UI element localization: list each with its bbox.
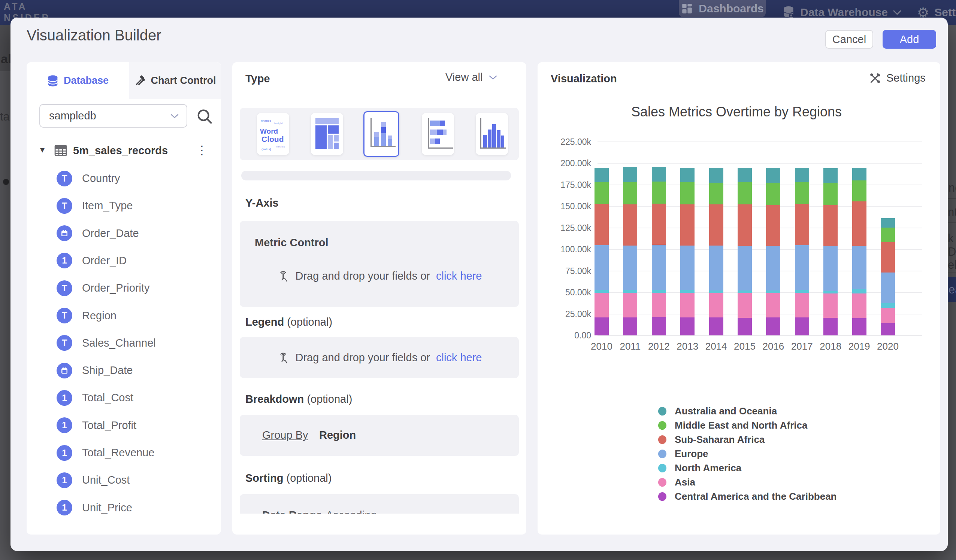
legend-dropzone[interactable]: Drag and drop your fields or click here bbox=[240, 337, 519, 378]
database-select[interactable]: sampledb bbox=[39, 104, 187, 128]
bar-segment[interactable] bbox=[709, 246, 723, 291]
bar-segment[interactable] bbox=[623, 246, 637, 290]
bar-segment[interactable] bbox=[594, 204, 609, 245]
chart-type-thumbnail-treemap[interactable] bbox=[311, 113, 343, 155]
bar-segment[interactable] bbox=[737, 290, 752, 293]
sorting-dropzone[interactable]: Data Range Ascending bbox=[240, 494, 519, 514]
bar-segment[interactable] bbox=[709, 317, 723, 336]
field-item[interactable]: 1Unit_Cost bbox=[27, 466, 221, 494]
bar-segment[interactable] bbox=[680, 168, 695, 182]
field-item[interactable]: Ship_Date bbox=[27, 357, 221, 384]
bar-segment[interactable] bbox=[737, 293, 752, 318]
chart-type-thumbnail-stacked-bar[interactable] bbox=[422, 113, 454, 155]
field-item[interactable]: 1Total_Profit bbox=[27, 412, 221, 439]
horizontal-scrollbar[interactable] bbox=[241, 171, 511, 180]
bar-segment[interactable] bbox=[737, 204, 752, 246]
bar-segment[interactable] bbox=[852, 293, 866, 318]
bar-segment[interactable] bbox=[652, 290, 666, 293]
bar-segment[interactable] bbox=[795, 168, 809, 182]
legend-item[interactable]: Australia and Oceania bbox=[658, 404, 777, 418]
bar-segment[interactable] bbox=[795, 290, 809, 293]
bar-segment[interactable] bbox=[709, 183, 723, 205]
bar-segment[interactable] bbox=[795, 182, 809, 204]
legend-item[interactable]: Central America and the Caribbean bbox=[658, 489, 837, 504]
legend-item[interactable]: North America bbox=[658, 461, 741, 475]
bar-segment[interactable] bbox=[594, 317, 609, 336]
bar-segment[interactable] bbox=[652, 204, 666, 245]
bar-segment[interactable] bbox=[652, 182, 666, 204]
field-item[interactable]: TSales_Channel bbox=[27, 329, 221, 357]
add-button[interactable]: Add bbox=[882, 30, 936, 49]
bar-segment[interactable] bbox=[709, 204, 723, 245]
bar-segment[interactable] bbox=[823, 291, 838, 294]
chart-type-thumbnail-stacked-column[interactable] bbox=[363, 111, 399, 157]
bar-segment[interactable] bbox=[737, 246, 752, 291]
bar-segment[interactable] bbox=[623, 290, 637, 293]
bar-segment[interactable] bbox=[652, 245, 666, 290]
legend-item[interactable]: Middle East and North Africa bbox=[658, 418, 807, 432]
bar-segment[interactable] bbox=[881, 308, 895, 323]
bar-segment[interactable] bbox=[709, 293, 723, 317]
bar-segment[interactable] bbox=[823, 183, 838, 205]
bar-segment[interactable] bbox=[623, 293, 637, 317]
chart-type-thumbnail-word-cloud[interactable]: WordCloudfinanceinsightmetrics(sales) bbox=[257, 113, 289, 155]
bar-segment[interactable] bbox=[852, 246, 866, 289]
bar-segment[interactable] bbox=[795, 293, 809, 317]
bar-segment[interactable] bbox=[795, 245, 809, 290]
field-item[interactable]: Order_Date bbox=[27, 220, 221, 247]
cancel-button[interactable]: Cancel bbox=[825, 30, 873, 49]
caret-down-icon[interactable]: ▾ bbox=[40, 144, 45, 155]
field-item[interactable]: TOrder_Priority bbox=[27, 275, 221, 302]
breakdown-dropzone[interactable]: Group By Region bbox=[240, 415, 519, 456]
bar-segment[interactable] bbox=[709, 290, 723, 293]
bar-segment[interactable] bbox=[594, 182, 609, 204]
bar-segment[interactable] bbox=[594, 245, 609, 290]
bar-segment[interactable] bbox=[623, 317, 637, 336]
group-by-button[interactable]: Group By bbox=[262, 429, 308, 441]
bar-segment[interactable] bbox=[881, 273, 895, 303]
bar-segment[interactable] bbox=[852, 201, 866, 246]
field-item[interactable]: TRegion bbox=[27, 302, 221, 329]
bar-segment[interactable] bbox=[852, 180, 866, 201]
bar-segment[interactable] bbox=[594, 293, 609, 317]
tab-database[interactable]: Database bbox=[27, 62, 129, 99]
bar-segment[interactable] bbox=[623, 182, 637, 205]
bar-segment[interactable] bbox=[680, 246, 695, 290]
bar-segment[interactable] bbox=[594, 290, 609, 293]
tab-chart-control[interactable]: Chart Control bbox=[129, 62, 221, 99]
bar-segment[interactable] bbox=[852, 168, 866, 181]
bar-segment[interactable] bbox=[881, 323, 895, 336]
bar-segment[interactable] bbox=[594, 168, 609, 182]
metric-control-dropzone[interactable]: Metric Control Drag and drop your fields… bbox=[240, 221, 519, 307]
bar-segment[interactable] bbox=[766, 317, 780, 336]
bar-segment[interactable] bbox=[680, 182, 695, 205]
field-item[interactable]: 1Total_Revenue bbox=[27, 439, 221, 466]
bar-segment[interactable] bbox=[823, 246, 838, 291]
click-here-link[interactable]: click here bbox=[436, 270, 482, 282]
bar-segment[interactable] bbox=[737, 168, 752, 182]
bar-segment[interactable] bbox=[823, 318, 838, 336]
kebab-menu-icon[interactable]: ⋮ bbox=[196, 143, 208, 157]
bar-segment[interactable] bbox=[652, 317, 666, 336]
bar-segment[interactable] bbox=[823, 293, 838, 317]
view-all-button[interactable]: View all bbox=[445, 71, 519, 83]
bar-segment[interactable] bbox=[652, 167, 666, 182]
bar-segment[interactable] bbox=[852, 289, 866, 294]
legend-item[interactable]: Sub-Saharan Africa bbox=[658, 432, 764, 447]
field-item[interactable]: 1Unit_Price bbox=[27, 494, 221, 521]
bar-segment[interactable] bbox=[881, 242, 895, 273]
bar-segment[interactable] bbox=[823, 205, 838, 246]
click-here-link[interactable]: click here bbox=[436, 351, 482, 364]
bar-segment[interactable] bbox=[737, 318, 752, 336]
search-icon[interactable] bbox=[196, 108, 213, 125]
table-tree-item[interactable]: ▾ 5m_sales_records ⋮ bbox=[27, 143, 221, 160]
bar-segment[interactable] bbox=[795, 204, 809, 245]
bar-segment[interactable] bbox=[652, 293, 666, 317]
bar-segment[interactable] bbox=[766, 168, 780, 183]
bar-segment[interactable] bbox=[623, 204, 637, 245]
bar-segment[interactable] bbox=[766, 290, 780, 293]
bar-segment[interactable] bbox=[881, 218, 895, 227]
field-item[interactable]: TCountry bbox=[27, 165, 221, 192]
bar-segment[interactable] bbox=[680, 290, 695, 293]
bar-segment[interactable] bbox=[852, 318, 866, 336]
